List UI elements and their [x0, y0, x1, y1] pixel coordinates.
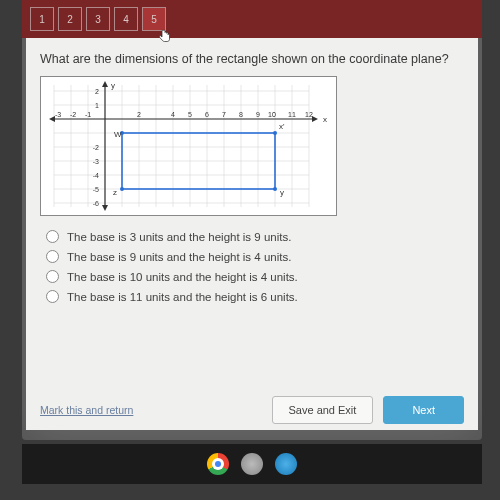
nav-item-5[interactable]: 5 — [142, 7, 166, 31]
question-text: What are the dimensions of the rectangle… — [40, 52, 464, 66]
mark-return-link[interactable]: Mark this and return — [40, 404, 133, 416]
nav-item-3[interactable]: 3 — [86, 7, 110, 31]
option-d[interactable]: The base is 11 units and the height is 6… — [46, 290, 464, 303]
save-exit-button[interactable]: Save and Exit — [272, 396, 374, 424]
svg-text:2: 2 — [95, 88, 99, 95]
svg-marker-27 — [102, 81, 108, 87]
question-nav: 1 2 3 4 5 — [22, 0, 482, 38]
svg-text:-3: -3 — [93, 158, 99, 165]
svg-text:7: 7 — [222, 111, 226, 118]
radio-a[interactable] — [46, 230, 59, 243]
svg-point-52 — [273, 131, 277, 135]
svg-text:-3: -3 — [55, 111, 61, 118]
radio-d[interactable] — [46, 290, 59, 303]
svg-text:12: 12 — [305, 111, 313, 118]
chrome-icon[interactable] — [207, 453, 229, 475]
svg-text:W: W — [114, 130, 122, 139]
svg-point-54 — [273, 187, 277, 191]
footer-actions: Mark this and return Save and Exit Next — [40, 390, 464, 424]
svg-text:2: 2 — [137, 111, 141, 118]
svg-point-53 — [120, 187, 124, 191]
svg-marker-28 — [102, 205, 108, 211]
svg-text:6: 6 — [205, 111, 209, 118]
svg-text:-6: -6 — [93, 200, 99, 207]
nav-item-1[interactable]: 1 — [30, 7, 54, 31]
svg-text:8: 8 — [239, 111, 243, 118]
svg-text:11: 11 — [288, 111, 296, 118]
question-panel: What are the dimensions of the rectangle… — [26, 38, 478, 430]
svg-text:x': x' — [279, 122, 285, 131]
y-axis-label: y — [111, 81, 115, 90]
option-a[interactable]: The base is 3 units and the height is 9 … — [46, 230, 464, 243]
radio-c[interactable] — [46, 270, 59, 283]
svg-text:9: 9 — [256, 111, 260, 118]
svg-text:5: 5 — [188, 111, 192, 118]
coordinate-graph: y x 2 1 -2 -3 -4 -5 -6 -3 -2 -1 2 4 5 6 … — [40, 76, 337, 216]
option-d-label: The base is 11 units and the height is 6… — [67, 291, 298, 303]
option-b[interactable]: The base is 9 units and the height is 4 … — [46, 250, 464, 263]
svg-text:4: 4 — [171, 111, 175, 118]
svg-text:10: 10 — [268, 111, 276, 118]
radio-b[interactable] — [46, 250, 59, 263]
answer-options: The base is 3 units and the height is 9 … — [40, 230, 464, 303]
option-b-label: The base is 9 units and the height is 4 … — [67, 251, 291, 263]
svg-text:-4: -4 — [93, 172, 99, 179]
x-axis-label: x — [323, 115, 327, 124]
nav-item-2[interactable]: 2 — [58, 7, 82, 31]
option-a-label: The base is 3 units and the height is 9 … — [67, 231, 291, 243]
svg-text:1: 1 — [95, 102, 99, 109]
svg-text:-1: -1 — [85, 111, 91, 118]
option-c-label: The base is 10 units and the height is 4… — [67, 271, 298, 283]
app-icon-gray[interactable] — [241, 453, 263, 475]
next-button[interactable]: Next — [383, 396, 464, 424]
app-icon-blue[interactable] — [275, 453, 297, 475]
svg-text:z: z — [113, 188, 117, 197]
svg-text:-2: -2 — [70, 111, 76, 118]
os-taskbar — [22, 444, 482, 484]
svg-text:-2: -2 — [93, 144, 99, 151]
svg-text:-5: -5 — [93, 186, 99, 193]
nav-item-4[interactable]: 4 — [114, 7, 138, 31]
app-screen: 1 2 3 4 5 What are the dimensions of the… — [22, 0, 482, 440]
option-c[interactable]: The base is 10 units and the height is 4… — [46, 270, 464, 283]
svg-text:y: y — [280, 188, 284, 197]
